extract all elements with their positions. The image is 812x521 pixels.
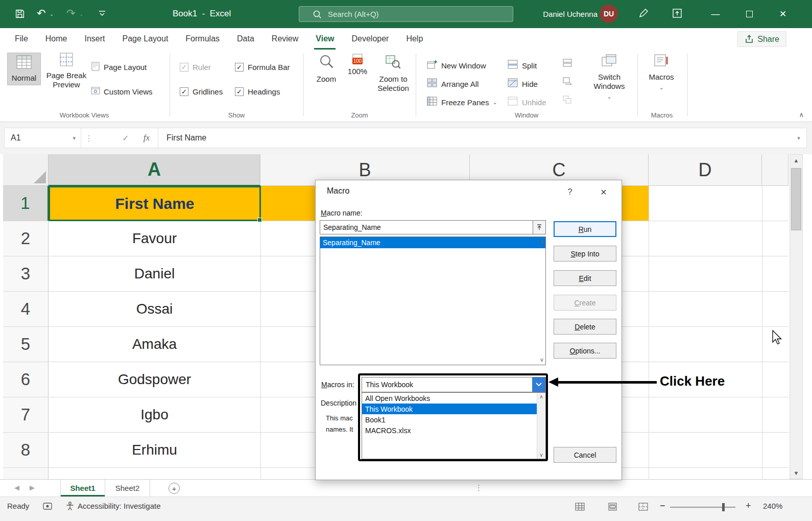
select-all-corner[interactable]: [3, 154, 49, 186]
save-icon[interactable]: [14, 8, 26, 21]
custom-views-button[interactable]: Custom Views: [91, 86, 153, 97]
row-header-1[interactable]: 1: [3, 186, 49, 221]
delete-button[interactable]: Delete: [554, 319, 616, 335]
accessibility-status[interactable]: Accessibility: Investigate: [78, 502, 161, 510]
zoom-to-selection-button[interactable]: Zoom to Selection: [374, 54, 413, 93]
page-break-status-icon[interactable]: [638, 503, 648, 512]
row-header-8[interactable]: 8: [3, 433, 49, 467]
new-sheet-button[interactable]: +: [169, 483, 180, 494]
tab-view[interactable]: View: [307, 28, 343, 50]
sheet-tab-sheet2[interactable]: Sheet2: [105, 480, 150, 496]
cell-a6[interactable]: Godspower: [49, 362, 260, 397]
macro-list[interactable]: Separating_Name ∧ ∨: [320, 236, 546, 365]
page-layout-status-icon[interactable]: [608, 503, 617, 512]
cancel-button[interactable]: Cancel: [554, 447, 616, 463]
name-box-dropdown-icon[interactable]: ▾: [73, 135, 81, 141]
column-header-a[interactable]: A: [49, 154, 260, 186]
cell-a3[interactable]: Daniel: [49, 256, 260, 291]
formula-bar-grip[interactable]: ⋮: [81, 128, 97, 148]
macros-button[interactable]: Macros ⌄: [644, 54, 678, 91]
macro-list-item-selected[interactable]: Separating_Name: [320, 237, 545, 248]
cell-a2[interactable]: Favour: [49, 221, 260, 256]
split-button[interactable]: Split: [508, 60, 537, 71]
gridlines-checkbox[interactable]: ✓ Gridlines: [180, 87, 223, 96]
macro-record-icon[interactable]: [43, 503, 52, 512]
column-header-e[interactable]: [762, 154, 789, 186]
cell-a4[interactable]: Ossai: [49, 292, 260, 326]
step-into-button[interactable]: Step Into: [554, 246, 616, 262]
confirm-entry-icon[interactable]: ✓: [116, 128, 135, 148]
cell-a7[interactable]: Igbo: [49, 397, 260, 432]
zoom-out-button[interactable]: −: [660, 501, 665, 511]
row-header-5[interactable]: 5: [3, 327, 49, 362]
page-break-preview-button[interactable]: Page Break Preview: [44, 53, 89, 89]
account-name[interactable]: Daniel Uchenna: [531, 10, 598, 18]
ruler-checkbox[interactable]: ✓ Ruler: [180, 63, 211, 72]
freeze-panes-button[interactable]: Freeze Panes ⌄: [427, 97, 497, 108]
row-header-9[interactable]: [3, 468, 49, 479]
ink-pen-icon[interactable]: [638, 8, 649, 20]
formula-content[interactable]: First Name: [158, 128, 791, 148]
cell-a5[interactable]: Amaka: [49, 327, 260, 362]
formula-bar-checkbox[interactable]: ✓ Formula Bar: [235, 63, 290, 72]
normal-view-status-icon[interactable]: [575, 503, 585, 512]
vertical-scrollbar[interactable]: ▲ ▼: [790, 154, 803, 479]
macro-name-expand-icon[interactable]: [533, 220, 546, 234]
zoom-level[interactable]: 240%: [763, 502, 782, 510]
tab-data[interactable]: Data: [228, 28, 263, 50]
edit-button[interactable]: Edit: [554, 270, 616, 286]
scroll-up-icon[interactable]: ▲: [790, 157, 802, 163]
macro-name-input[interactable]: Separating_Name: [320, 220, 533, 234]
scroll-down-icon[interactable]: ▼: [790, 470, 802, 476]
dialog-close-icon[interactable]: ✕: [593, 184, 614, 200]
scroll-down-icon[interactable]: ∨: [540, 357, 544, 363]
tab-file[interactable]: File: [6, 28, 37, 50]
tab-developer[interactable]: Developer: [343, 28, 397, 50]
sheet-nav-left-icon[interactable]: ◀: [14, 484, 19, 491]
name-box[interactable]: A1 ▾: [5, 128, 81, 148]
view-side-by-side-icon[interactable]: [563, 59, 572, 69]
sheet-tab-sheet1[interactable]: Sheet1: [60, 480, 105, 496]
tab-formulas[interactable]: Formulas: [177, 28, 228, 50]
search-input[interactable]: Search (Alt+Q): [299, 6, 513, 22]
dialog-help-icon[interactable]: ?: [560, 184, 580, 200]
zoom-button[interactable]: Zoom: [312, 54, 341, 84]
cell-a1-selected[interactable]: First Name: [49, 186, 261, 221]
column-header-d[interactable]: D: [649, 154, 762, 186]
insert-function-icon[interactable]: fx: [135, 128, 158, 148]
arrange-all-button[interactable]: Arrange All: [427, 78, 479, 89]
collapse-ribbon-icon[interactable]: ∧: [799, 111, 804, 119]
new-window-button[interactable]: New Window: [427, 60, 486, 71]
hide-button[interactable]: Hide: [508, 78, 538, 89]
close-button[interactable]: ✕: [771, 0, 795, 28]
vertical-scrollbar-thumb[interactable]: [791, 168, 801, 230]
normal-view-button[interactable]: Normal: [7, 53, 41, 85]
share-button[interactable]: Share: [737, 31, 786, 47]
tab-home[interactable]: Home: [37, 28, 76, 50]
zoom-in-button[interactable]: +: [746, 501, 751, 511]
tab-insert[interactable]: Insert: [76, 28, 113, 50]
formula-bar-expand-icon[interactable]: ▾: [791, 128, 806, 148]
row-header-7[interactable]: 7: [3, 397, 49, 432]
customize-quick-access-icon[interactable]: [98, 10, 106, 19]
run-button[interactable]: Run: [554, 221, 616, 237]
avatar[interactable]: DU: [600, 5, 618, 23]
options-button[interactable]: Options...: [554, 343, 616, 359]
synchronous-scrolling-icon[interactable]: [563, 77, 572, 87]
row-header-4[interactable]: 4: [3, 292, 49, 326]
zoom-100-button[interactable]: 100 100%: [343, 54, 372, 76]
row-header-2[interactable]: 2: [3, 221, 49, 256]
cancel-entry-icon[interactable]: [97, 128, 116, 148]
ribbon-display-options-icon[interactable]: [672, 8, 682, 20]
headings-checkbox[interactable]: ✓ Headings: [235, 87, 280, 96]
row-header-6[interactable]: 6: [3, 362, 49, 397]
sheet-nav-right-icon[interactable]: ▶: [30, 484, 35, 491]
undo-icon[interactable]: ↶: [37, 8, 46, 18]
scroll-up-icon[interactable]: ∧: [540, 239, 544, 245]
page-layout-view-button[interactable]: Page Layout: [91, 62, 147, 73]
cell-a8[interactable]: Erhimu: [49, 433, 260, 467]
maximize-button[interactable]: [737, 0, 761, 28]
row-header-3[interactable]: 3: [3, 256, 49, 291]
tab-bar-grip[interactable]: ⋮: [475, 483, 483, 492]
switch-windows-button[interactable]: Switch Windows ⌄: [588, 54, 630, 100]
